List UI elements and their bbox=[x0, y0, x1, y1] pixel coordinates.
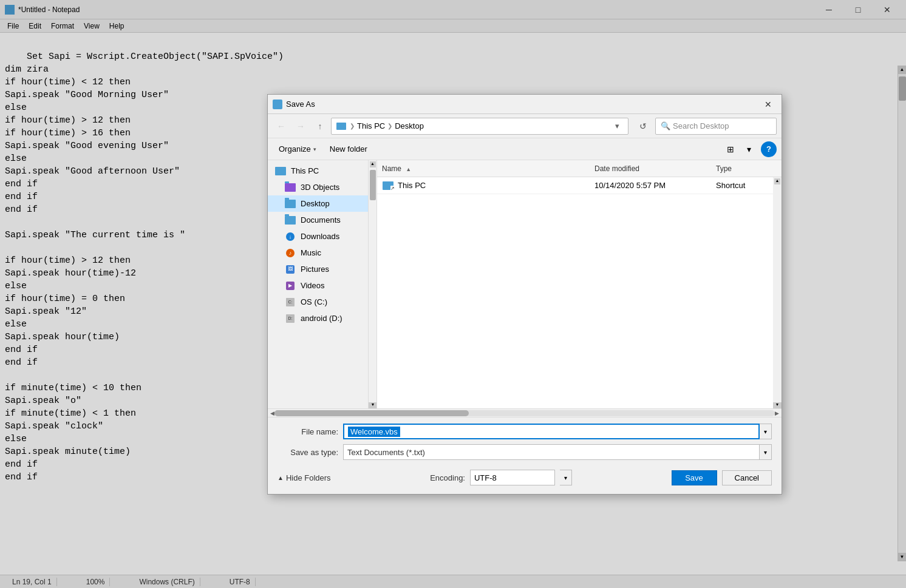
search-icon: 🔍 bbox=[661, 121, 670, 130]
nav-pictures[interactable]: 🖼 Pictures bbox=[268, 261, 376, 277]
hide-folders-button[interactable]: ▲ Hide Folders bbox=[278, 473, 331, 482]
nav-android-d-label: android (D:) bbox=[301, 314, 342, 323]
file-name-cell: This PC bbox=[398, 181, 594, 190]
column-date-modified[interactable]: Date modified bbox=[594, 164, 716, 173]
breadcrumb-folder-icon bbox=[336, 123, 346, 130]
file-row[interactable]: This PC 10/14/2020 5:57 PM Shortcut bbox=[377, 177, 782, 194]
view-button[interactable]: ⊞ bbox=[722, 141, 739, 158]
videos-icon: ▶ bbox=[285, 282, 296, 290]
h-scroll-thumb[interactable] bbox=[274, 410, 469, 416]
breadcrumb-separator2: ❯ bbox=[387, 123, 392, 129]
bottom-scrollbar[interactable]: ◀ ▶ bbox=[268, 408, 782, 417]
left-scroll-up[interactable]: ▲ bbox=[370, 161, 376, 167]
nav-3d-objects[interactable]: 3D Objects bbox=[268, 179, 376, 195]
left-scrollbar[interactable]: ▲ ▼ bbox=[368, 160, 376, 408]
breadcrumb-bar[interactable]: ❯ This PC ❯ Desktop ▾ bbox=[331, 118, 628, 135]
drive-d-icon: D: bbox=[285, 314, 296, 323]
save-type-value: Text Documents (*.txt) bbox=[347, 448, 425, 457]
file-scrollbar[interactable]: ▲ ▼ bbox=[773, 177, 782, 408]
save-button[interactable]: Save bbox=[672, 470, 717, 485]
dialog-close-button[interactable]: ✕ bbox=[760, 97, 777, 112]
nav-desktop[interactable]: Desktop bbox=[268, 195, 376, 212]
file-name-dropdown-btn[interactable]: ▾ bbox=[760, 424, 772, 439]
organize-button[interactable]: Organize ▾ bbox=[273, 142, 322, 156]
nav-this-pc-label: This PC bbox=[291, 166, 319, 175]
h-scroll-left[interactable]: ◀ bbox=[270, 410, 274, 416]
breadcrumb-this-pc[interactable]: This PC bbox=[357, 121, 385, 130]
file-name-input-wrapper: Welcome.vbs ▾ bbox=[343, 424, 772, 439]
dialog-content: This PC 3D Objects Desktop bbox=[268, 160, 782, 408]
file-icon bbox=[382, 181, 394, 191]
save-type-wrapper: Text Documents (*.txt) ▾ bbox=[343, 444, 772, 460]
documents-icon bbox=[285, 216, 296, 225]
dialog-toolbar: Organize ▾ New folder ⊞ ▾ ? bbox=[268, 138, 782, 160]
nav-back-button[interactable]: ← bbox=[273, 118, 290, 135]
view-icon: ⊞ bbox=[727, 144, 734, 154]
drive-c-icon: C: bbox=[285, 298, 296, 306]
3d-objects-icon bbox=[285, 183, 296, 192]
dialog-icon bbox=[273, 100, 282, 109]
encoding-row: Encoding: UTF-8 ▾ bbox=[430, 470, 572, 485]
file-name-selected-text: Welcome.vbs bbox=[348, 427, 400, 437]
cancel-button[interactable]: Cancel bbox=[722, 470, 772, 485]
breadcrumb-desktop[interactable]: Desktop bbox=[395, 121, 424, 130]
refresh-button[interactable]: ↺ bbox=[633, 118, 653, 135]
file-name-row: File name: Welcome.vbs ▾ bbox=[278, 424, 772, 439]
save-type-dropdown-btn[interactable]: ▾ bbox=[760, 444, 772, 460]
save-type-dropdown[interactable]: Text Documents (*.txt) bbox=[343, 444, 760, 460]
desktop-icon bbox=[285, 200, 296, 208]
footer-actions: ▲ Hide Folders Encoding: UTF-8 ▾ Save Ca… bbox=[278, 465, 772, 488]
nav-android-d[interactable]: D: android (D:) bbox=[268, 310, 376, 326]
nav-os-c[interactable]: C: OS (C:) bbox=[268, 294, 376, 310]
left-scroll-down[interactable]: ▼ bbox=[369, 402, 377, 408]
nav-music-label: Music bbox=[301, 248, 321, 257]
file-date-cell: 10/14/2020 5:57 PM bbox=[594, 181, 716, 190]
nav-documents[interactable]: Documents bbox=[268, 212, 376, 228]
file-name-label: File name: bbox=[278, 427, 338, 436]
nav-downloads-label: Downloads bbox=[301, 232, 339, 241]
left-scroll-thumb[interactable] bbox=[370, 170, 376, 200]
search-bar[interactable]: 🔍 Search Desktop bbox=[655, 118, 777, 135]
save-type-row: Save as type: Text Documents (*.txt) ▾ bbox=[278, 444, 772, 460]
nav-downloads[interactable]: ↓ Downloads bbox=[268, 228, 376, 245]
dialog-title-bar: Save As ✕ bbox=[268, 95, 782, 114]
nav-up-button[interactable]: ↑ bbox=[312, 118, 329, 135]
nav-pictures-label: Pictures bbox=[301, 265, 329, 274]
downloads-icon: ↓ bbox=[285, 232, 296, 241]
sort-arrow: ▲ bbox=[406, 166, 411, 172]
column-type[interactable]: Type bbox=[716, 164, 777, 173]
action-buttons: Save Cancel bbox=[672, 470, 772, 485]
nav-forward-button[interactable]: → bbox=[292, 118, 309, 135]
column-name[interactable]: Name ▲ bbox=[382, 164, 594, 173]
file-scroll-up[interactable]: ▲ bbox=[774, 178, 780, 184]
view-dropdown-btn[interactable]: ▾ bbox=[740, 141, 757, 158]
save-type-label: Save as type: bbox=[278, 448, 338, 457]
shortcut-folder-icon bbox=[383, 181, 393, 190]
encoding-label: Encoding: bbox=[430, 473, 465, 482]
left-panel: This PC 3D Objects Desktop bbox=[268, 160, 377, 408]
help-button[interactable]: ? bbox=[761, 141, 777, 157]
h-scroll-track[interactable] bbox=[274, 410, 775, 416]
nav-os-c-label: OS (C:) bbox=[301, 297, 327, 306]
h-scroll-right[interactable]: ▶ bbox=[775, 410, 779, 416]
this-pc-icon bbox=[275, 167, 286, 175]
nav-music[interactable]: ♪ Music bbox=[268, 245, 376, 261]
dialog-title: Save As bbox=[286, 100, 760, 109]
nav-videos-label: Videos bbox=[301, 281, 325, 290]
music-icon: ♪ bbox=[285, 249, 296, 257]
new-folder-button[interactable]: New folder bbox=[324, 142, 373, 156]
breadcrumb-dropdown-btn[interactable]: ▾ bbox=[611, 118, 623, 135]
file-list-header: Name ▲ Date modified Type bbox=[377, 160, 782, 177]
pictures-icon: 🖼 bbox=[285, 265, 296, 274]
nav-videos[interactable]: ▶ Videos bbox=[268, 277, 376, 294]
save-as-dialog: Save As ✕ ← → ↑ ❯ This PC ❯ Desktop ▾ ↺ … bbox=[267, 94, 782, 495]
encoding-dropdown-btn[interactable]: ▾ bbox=[560, 470, 572, 485]
file-name-input[interactable]: Welcome.vbs bbox=[343, 424, 760, 439]
encoding-dropdown[interactable]: UTF-8 bbox=[470, 470, 555, 485]
nav-this-pc[interactable]: This PC bbox=[268, 163, 376, 179]
search-placeholder: Search Desktop bbox=[673, 121, 729, 130]
hide-folders-label: Hide Folders bbox=[286, 473, 331, 482]
dialog-overlay: Save As ✕ ← → ↑ ❯ This PC ❯ Desktop ▾ ↺ … bbox=[0, 0, 906, 588]
dialog-nav-bar: ← → ↑ ❯ This PC ❯ Desktop ▾ ↺ 🔍 Search D… bbox=[268, 114, 782, 138]
file-scroll-down[interactable]: ▼ bbox=[773, 402, 782, 408]
